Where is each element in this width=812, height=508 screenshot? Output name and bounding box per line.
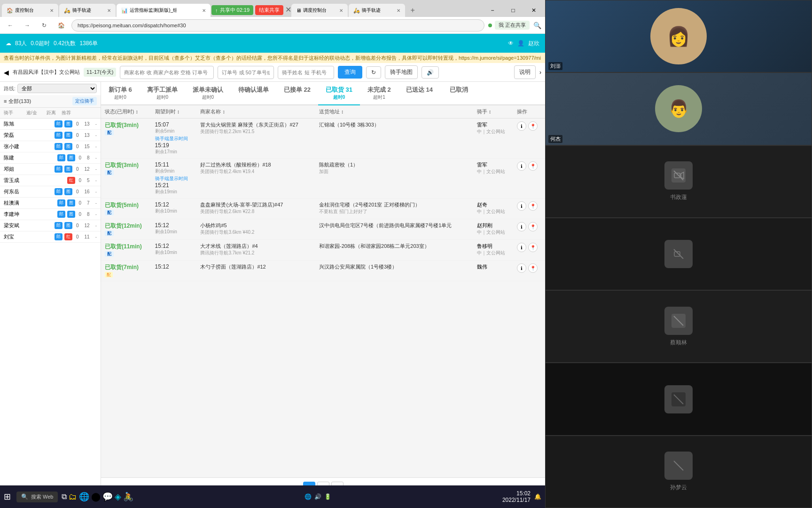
browser-tab-1[interactable]: 🏠 度控制台 ✕	[2, 4, 58, 17]
taskview-btn[interactable]: ⧉	[62, 492, 67, 501]
info-btn[interactable]: ℹ	[517, 243, 526, 252]
locate-rider-btn[interactable]: 定位骑手	[72, 97, 97, 105]
avatar-1: 👩	[650, 8, 707, 64]
rider-time: 5	[87, 178, 90, 183]
rider-badge2: 图	[67, 154, 75, 161]
no-video-label-5: 蔡顺林	[670, 339, 687, 347]
browser-tab-3[interactable]: 📊 运营指标监测(新版)_组织元... ✕	[117, 4, 211, 17]
no-video-icon-6	[664, 385, 693, 413]
search-bar[interactable]: 🔍 搜索 Web	[16, 492, 58, 502]
list-item[interactable]: 张小建 郎 图 0 15 -	[0, 141, 101, 152]
location-btn[interactable]: 📍	[528, 222, 538, 231]
stop-share-btn[interactable]: 结束共享	[255, 5, 283, 15]
list-item[interactable]: 李建坤 郎 图 0 8 -	[0, 209, 101, 220]
tab-close-1[interactable]: ✕	[50, 8, 54, 13]
tab-delivered[interactable]: 已送达 14	[398, 82, 440, 105]
order-search-input[interactable]	[218, 66, 274, 79]
notifications-btn[interactable]: 🔔	[534, 493, 541, 500]
tab-close-4[interactable]: ✕	[339, 8, 343, 13]
list-item[interactable]: 何东岳 郎 图 0 16 -	[0, 186, 101, 198]
route-select[interactable]: 全部	[17, 84, 97, 93]
rider-name: 刘宝	[4, 233, 53, 240]
forward-btn[interactable]: →	[21, 19, 34, 32]
file-explorer-btn[interactable]: 🗂	[69, 492, 77, 502]
chat-btn[interactable]: 💬	[102, 492, 113, 502]
order-time: 15:12	[151, 261, 197, 281]
tab-close-2[interactable]: ✕	[107, 8, 111, 13]
tab-incomplete[interactable]: 未完成 2 超时1	[360, 82, 398, 105]
new-tab-btn[interactable]: +	[406, 4, 419, 17]
url-input[interactable]	[71, 19, 484, 32]
tab-sub: 超时1	[367, 94, 391, 101]
location-btn[interactable]: 📍	[528, 201, 538, 211]
status-text: 已取货(3min)	[105, 121, 148, 129]
tab-unconfirmed-dispatch[interactable]: 派单未确认 超时0	[185, 82, 231, 105]
tab-cancelled[interactable]: 已取消	[440, 82, 478, 105]
order-status: 已取货(7min) 配	[101, 261, 151, 281]
action-buttons: ℹ 📍	[517, 201, 541, 211]
tab-picked-up[interactable]: 已取货 31 超时0	[318, 82, 360, 105]
query-btn[interactable]: 查询	[338, 66, 362, 79]
rider-info: 雷军 中｜文公网站	[473, 119, 514, 159]
delivery-addr: 陈航疏密校（1） 加面	[315, 159, 473, 198]
chrome-btn[interactable]: ⬤	[91, 492, 101, 502]
volume-btn[interactable]: 🔊	[422, 66, 439, 79]
list-item[interactable]: 梁安斌 郎 图 0 12 -	[0, 220, 101, 231]
network-icon: 🌐	[304, 493, 312, 500]
minimize-btn[interactable]: −	[483, 4, 502, 17]
info-btn[interactable]: ℹ	[517, 222, 526, 231]
list-item[interactable]: 邓姐 郎 图 0 12 -	[0, 164, 101, 175]
location-btn[interactable]: 📍	[528, 263, 538, 273]
order-type-badge: 配	[105, 210, 114, 215]
col-orders: 逾/金	[26, 110, 37, 116]
tab-close-3[interactable]: ✕	[202, 8, 206, 13]
info-btn[interactable]: ℹ	[517, 263, 526, 273]
rider-time: 12	[85, 167, 90, 172]
list-item[interactable]: 荣磊 郎 图 0 13 -	[0, 130, 101, 141]
maximize-btn[interactable]: □	[504, 4, 523, 17]
close-btn[interactable]: ✕	[524, 4, 543, 17]
tab-accepted[interactable]: 已接单 22	[276, 82, 318, 105]
refresh-btn[interactable]: ↻	[366, 66, 381, 79]
edge-btn[interactable]: 🌐	[79, 492, 89, 502]
tab-pending-return[interactable]: 待确认退单	[231, 82, 276, 105]
explain-btn[interactable]: 说明	[514, 65, 536, 79]
list-item[interactable]: 桂澳满 郎 图 0 7 -	[0, 198, 101, 209]
info-btn[interactable]: ℹ	[517, 201, 526, 211]
shop-sub: 美团骑行导航2.2km ¥21.5	[200, 128, 312, 135]
rider-name: 邓姐	[4, 166, 53, 173]
map-btn[interactable]: 骑手地图	[385, 65, 418, 79]
tab-new-orders[interactable]: 新订单 6 超时0	[101, 82, 140, 105]
location-btn[interactable]: 📍	[528, 121, 538, 131]
browser-tab-2[interactable]: 🛵 骑手轨迹 ✕	[59, 4, 116, 17]
search-icon: 🔍	[21, 493, 28, 500]
back-btn[interactable]: ←	[4, 19, 17, 32]
location-btn[interactable]: 📍	[528, 243, 538, 252]
info-btn[interactable]: ℹ	[517, 161, 526, 171]
browser-tab-5[interactable]: 🛵 骑手轨迹 ✕	[349, 4, 405, 17]
info-btn[interactable]: ℹ	[517, 121, 526, 131]
rider-time: 12	[85, 223, 90, 228]
rider-dist: -	[95, 200, 97, 206]
shop-search-input[interactable]	[120, 66, 214, 79]
home-btn[interactable]: 🏠	[55, 19, 68, 32]
tab-manual-dispatch[interactable]: 离手工派单 超时0	[140, 82, 185, 105]
back-arrow-btn[interactable]: ◀	[4, 69, 9, 76]
location-btn[interactable]: 📍	[528, 161, 538, 171]
dispatch-btn[interactable]: 🚴	[123, 492, 133, 502]
list-item[interactable]: 雷玉成 红 0 5 -	[0, 175, 101, 186]
region-label: 有昌园风泽【汉中】文公网站	[13, 69, 80, 76]
app-btn[interactable]: ◈	[115, 492, 121, 502]
list-item[interactable]: 陈建 郎 图 0 8 -	[0, 152, 101, 164]
windows-btn[interactable]: ⊞	[4, 492, 11, 502]
order-status: 已取货(5min) 配	[101, 198, 151, 219]
filter-bar: ◀ 有昌园风泽【汉中】文公网站 11-17(今天) 查询 ↻ 骑手地图 🔊 说明…	[0, 63, 545, 82]
rider-search-input[interactable]	[278, 66, 334, 79]
order-time: 15:11 剩余9min 骑手端显示时间 15:21 剩余19min	[151, 159, 197, 198]
reload-btn[interactable]: ↻	[38, 19, 51, 32]
tab-close-5[interactable]: ✕	[397, 8, 400, 13]
list-item[interactable]: 陈旭 郎 图 0 13 -	[0, 119, 101, 130]
rider-badge1: 郎	[57, 199, 65, 206]
list-item[interactable]: 刘宝 郎 红 0 11 -	[0, 231, 101, 243]
browser-tab-4[interactable]: 🖥 调度控制台 ✕	[291, 4, 348, 17]
